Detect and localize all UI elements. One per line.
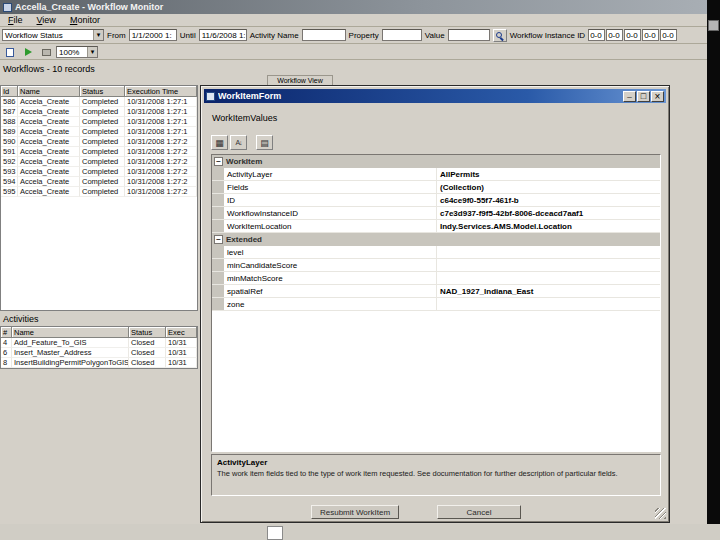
categorized-button[interactable] (211, 135, 228, 150)
property-value[interactable] (437, 259, 660, 271)
instance-id-segment[interactable]: 0-0 (660, 29, 677, 41)
column-header-exec[interactable]: Exec (166, 327, 197, 338)
property-value[interactable] (437, 298, 660, 310)
activity-row[interactable]: 4 Add_Feature_To_GIS Closed 10/31 (1, 338, 197, 348)
search-button[interactable] (493, 29, 507, 42)
zoom-combo[interactable]: 100% (56, 46, 98, 58)
property-row-mincandidatescore[interactable]: minCandidateScore (212, 259, 660, 272)
resize-grip[interactable] (655, 508, 666, 519)
property-value[interactable]: AllPermits (437, 168, 660, 180)
property-key[interactable]: ActivityLayer (224, 168, 437, 180)
property-value[interactable] (437, 246, 660, 258)
value-input[interactable] (448, 29, 490, 41)
activity-name-label: Activity Name (250, 31, 299, 40)
column-header-status[interactable]: Status (80, 86, 125, 97)
chevron-down-icon (87, 47, 97, 57)
property-row-spatialref[interactable]: spatialRef NAD_1927_Indiana_East (212, 285, 660, 298)
instance-id-segment[interactable]: 0-0 (606, 29, 623, 41)
cell-id: 586 (1, 97, 18, 107)
run-button[interactable] (20, 46, 36, 59)
menu-item[interactable]: File (1, 14, 30, 26)
column-header-number[interactable]: # (1, 327, 12, 338)
column-header-status[interactable]: Status (129, 327, 166, 338)
column-header-name[interactable]: Name (12, 327, 129, 338)
property-value[interactable]: NAD_1927_Indiana_East (437, 285, 660, 297)
maximize-button[interactable] (637, 91, 650, 102)
alphabetical-sort-button[interactable] (230, 135, 247, 150)
property-key[interactable]: zone (224, 298, 437, 310)
new-form-button[interactable] (2, 46, 18, 59)
category-workitem[interactable]: WorkItem (212, 155, 660, 168)
property-row-workitemlocation[interactable]: WorkItemLocation Indy.Services.AMS.Model… (212, 220, 660, 233)
property-value[interactable]: c64ce9f0-55f7-461f-b (437, 194, 660, 206)
cell-status: Completed (80, 177, 125, 187)
cancel-button[interactable]: Cancel (437, 505, 521, 519)
activity-row[interactable]: 6 Insert_Master_Address Closed 10/31 (1, 348, 197, 358)
workflow-row[interactable]: 590 Accela_Create Completed 10/31/2008 1… (1, 137, 197, 147)
property-row-minmatchscore[interactable]: minMatchScore (212, 272, 660, 285)
cell-status: Closed (129, 358, 166, 368)
activities-table: # Name Status Exec 4 Add_Feature_To_GIS … (0, 326, 198, 369)
property-value[interactable] (437, 272, 660, 284)
until-date-input[interactable]: 11/6/2008 1: (199, 29, 247, 41)
workflow-row[interactable]: 591 Accela_Create Completed 10/31/2008 1… (1, 147, 197, 157)
property-row-workflowinstanceid[interactable]: WorkflowInstanceID c7e3d937-f9f5-42bf-80… (212, 207, 660, 220)
cell-name: Accela_Create (18, 167, 80, 177)
property-key[interactable]: spatialRef (224, 285, 437, 297)
from-date-input[interactable]: 1/1/2000 1: (129, 29, 177, 41)
property-key[interactable]: Fields (224, 181, 437, 193)
workflow-row[interactable]: 588 Accela_Create Completed 10/31/2008 1… (1, 117, 197, 127)
column-header-name[interactable]: Name (18, 86, 80, 97)
menu-item[interactable]: View (30, 14, 63, 26)
property-key[interactable]: ID (224, 194, 437, 206)
instance-id-segment[interactable]: 0-0 (642, 29, 659, 41)
print-button[interactable] (38, 46, 54, 59)
collapse-icon[interactable] (214, 157, 223, 166)
workflow-row[interactable]: 595 Accela_Create Completed 10/31/2008 1… (1, 187, 197, 197)
window-titlebar[interactable]: Accella_Create - Workflow Monitor (0, 0, 707, 14)
category-extended[interactable]: Extended (212, 233, 660, 246)
workflow-row[interactable]: 587 Accela_Create Completed 10/31/2008 1… (1, 107, 197, 117)
property-key[interactable]: WorkItemLocation (224, 220, 437, 232)
workflow-row[interactable]: 589 Accela_Create Completed 10/31/2008 1… (1, 127, 197, 137)
menu-item[interactable]: Monitor (63, 14, 107, 26)
column-header-execution-time[interactable]: Execution Time (125, 86, 197, 97)
collapse-icon[interactable] (214, 235, 223, 244)
property-key[interactable]: minCandidateScore (224, 259, 437, 271)
property-row-level[interactable]: level (212, 246, 660, 259)
row-indent (212, 207, 224, 219)
instance-id-segment[interactable]: 0-0 (624, 29, 641, 41)
property-value[interactable]: c7e3d937-f9f5-42bf-8006-dceacd7aaf1 (437, 207, 660, 219)
cell-number: 4 (1, 338, 12, 348)
cell-status: Completed (80, 187, 125, 197)
dialog-titlebar[interactable]: WorkItemForm (204, 89, 666, 103)
instance-id-segment[interactable]: 0-0 (588, 29, 605, 41)
activity-row[interactable]: 8 InsertBuildingPermitPolygonToGIS Close… (1, 358, 197, 368)
property-key[interactable]: minMatchScore (224, 272, 437, 284)
resubmit-workitem-button[interactable]: Resubmit WorkItem (311, 505, 399, 519)
menu-bar: FileViewMonitor (0, 14, 707, 27)
scrollbar-thumb[interactable] (708, 20, 719, 31)
column-header-id[interactable]: Id (1, 86, 18, 97)
workflow-row[interactable]: 592 Accela_Create Completed 10/31/2008 1… (1, 157, 197, 167)
cell-id: 592 (1, 157, 18, 167)
workflow-status-combo[interactable]: Workflow Status (2, 29, 104, 41)
property-row-id[interactable]: ID c64ce9f0-55f7-461f-b (212, 194, 660, 207)
cell-execution-time: 10/31/2008 1:27:1 (125, 107, 197, 117)
property-input[interactable] (382, 29, 422, 41)
property-value[interactable]: (Collection) (437, 181, 660, 193)
minimize-button[interactable] (623, 91, 636, 102)
workflow-row[interactable]: 593 Accela_Create Completed 10/31/2008 1… (1, 167, 197, 177)
property-row-zone[interactable]: zone (212, 298, 660, 311)
workflow-row[interactable]: 594 Accela_Create Completed 10/31/2008 1… (1, 177, 197, 187)
property-row-activitylayer[interactable]: ActivityLayer AllPermits (212, 168, 660, 181)
property-key[interactable]: level (224, 246, 437, 258)
activity-name-input[interactable] (302, 29, 346, 41)
property-pages-button[interactable] (256, 135, 273, 150)
property-key[interactable]: WorkflowInstanceID (224, 207, 437, 219)
property-row-fields[interactable]: Fields (Collection) (212, 181, 660, 194)
workflow-row[interactable]: 586 Accela_Create Completed 10/31/2008 1… (1, 97, 197, 107)
tab-workflow-view[interactable]: Workflow View (267, 75, 333, 85)
close-button[interactable] (651, 91, 664, 102)
property-value[interactable]: Indy.Services.AMS.Model.Location (437, 220, 660, 232)
